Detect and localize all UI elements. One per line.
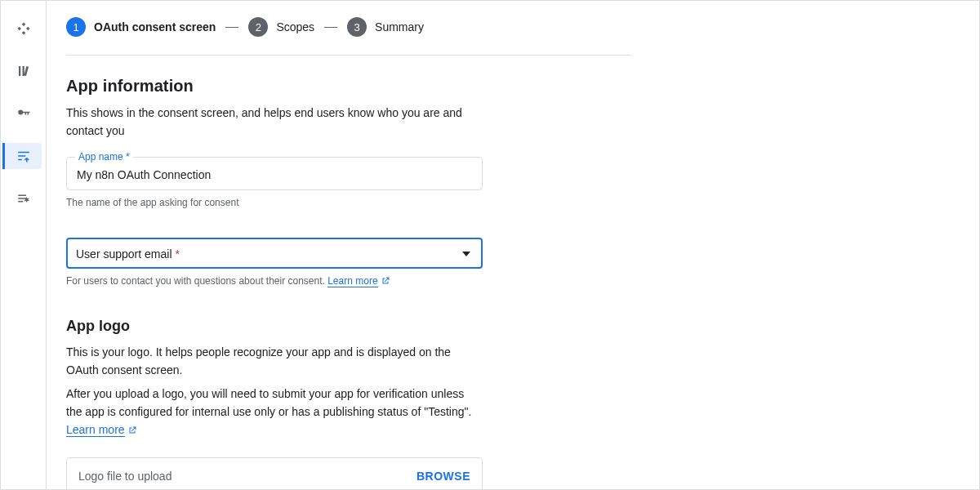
app-logo-heading: App logo [66,318,631,335]
step-separator [324,27,337,28]
app-name-field[interactable]: App name [66,157,483,190]
app-logo-desc1: This is your logo. It helps people recog… [66,343,483,380]
step-number: 1 [66,17,86,37]
nav-oauth-consent-icon[interactable] [2,143,42,169]
step-number: 3 [347,17,367,37]
support-email-field[interactable]: User support email [66,238,483,269]
nav-library-icon[interactable] [2,58,42,84]
step-label: OAuth consent screen [94,20,216,33]
external-link-icon [381,275,390,290]
app-name-input[interactable] [77,168,472,181]
logo-file-field: Logo file to upload BROWSE [66,457,483,489]
chevron-down-icon [458,252,474,256]
step-label: Summary [375,20,424,33]
external-link-icon [127,422,137,440]
app-logo-learn-more-link[interactable]: Learn more [66,423,125,437]
nav-settings-icon[interactable] [2,185,42,212]
nav-api-icon[interactable] [2,16,42,42]
browse-button[interactable]: BROWSE [416,470,470,483]
step-summary[interactable]: 3 Summary [347,17,424,37]
app-info-desc: This shows in the consent screen, and he… [66,104,483,140]
sidebar [1,1,47,489]
step-scopes[interactable]: 2 Scopes [248,17,314,37]
app-name-label: App name [75,151,133,163]
support-email-label: User support email [76,247,180,261]
app-info-heading: App information [66,77,631,96]
step-separator [225,27,238,28]
logo-file-label: Logo file to upload [78,470,172,483]
nav-credentials-icon[interactable] [2,100,42,127]
stepper: 1 OAuth consent screen 2 Scopes 3 Summar… [66,14,631,56]
app-logo-desc2: After you upload a logo, you will need t… [66,385,483,441]
step-label: Scopes [276,20,314,33]
support-email-helper: For users to contact you with questions … [66,274,483,290]
step-number: 2 [248,17,268,37]
step-oauth-consent[interactable]: 1 OAuth consent screen [66,17,216,37]
support-email-learn-more-link[interactable]: Learn more [327,275,377,287]
app-name-helper: The name of the app asking for consent [66,195,483,210]
